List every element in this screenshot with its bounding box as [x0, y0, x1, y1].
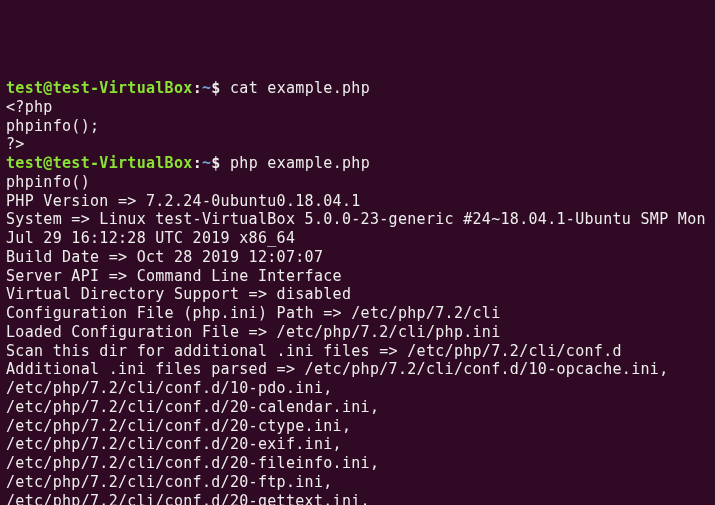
prompt-user: test@test-VirtualBox	[6, 154, 193, 172]
output-line: phpinfo();	[6, 117, 709, 136]
output-line: Additional .ini files parsed => /etc/php…	[6, 360, 709, 379]
output-line: Server API => Command Line Interface	[6, 267, 709, 286]
command-text: cat example.php	[230, 79, 370, 97]
output-line: Scan this dir for additional .ini files …	[6, 342, 709, 361]
output-line: /etc/php/7.2/cli/conf.d/20-fileinfo.ini,	[6, 454, 709, 473]
output-line: System => Linux test-VirtualBox 5.0.0-23…	[6, 210, 709, 248]
output-line: /etc/php/7.2/cli/conf.d/20-ftp.ini,	[6, 473, 709, 492]
prompt-line: test@test-VirtualBox:~$ cat example.php	[6, 79, 709, 98]
prompt-path: ~	[202, 154, 211, 172]
prompt-dollar: $	[211, 79, 220, 97]
prompt-user: test@test-VirtualBox	[6, 79, 193, 97]
prompt-colon: :	[193, 79, 202, 97]
output-line: /etc/php/7.2/cli/conf.d/10-pdo.ini,	[6, 379, 709, 398]
output-line: phpinfo()	[6, 173, 709, 192]
prompt-path: ~	[202, 79, 211, 97]
output-line: PHP Version => 7.2.24-0ubuntu0.18.04.1	[6, 192, 709, 211]
terminal-window[interactable]: test@test-VirtualBox:~$ cat example.php<…	[6, 79, 709, 505]
output-line: Build Date => Oct 28 2019 12:07:07	[6, 248, 709, 267]
prompt-dollar: $	[211, 154, 220, 172]
output-line: /etc/php/7.2/cli/conf.d/20-gettext.ini,	[6, 492, 709, 506]
output-line: /etc/php/7.2/cli/conf.d/20-ctype.ini,	[6, 417, 709, 436]
command-text: php example.php	[230, 154, 370, 172]
prompt-line: test@test-VirtualBox:~$ php example.php	[6, 154, 709, 173]
output-line: /etc/php/7.2/cli/conf.d/20-exif.ini,	[6, 435, 709, 454]
output-line: Loaded Configuration File => /etc/php/7.…	[6, 323, 709, 342]
output-line: /etc/php/7.2/cli/conf.d/20-calendar.ini,	[6, 398, 709, 417]
output-line: ?>	[6, 135, 709, 154]
output-line: Configuration File (php.ini) Path => /et…	[6, 304, 709, 323]
output-line: <?php	[6, 98, 709, 117]
prompt-colon: :	[193, 154, 202, 172]
output-line: Virtual Directory Support => disabled	[6, 285, 709, 304]
